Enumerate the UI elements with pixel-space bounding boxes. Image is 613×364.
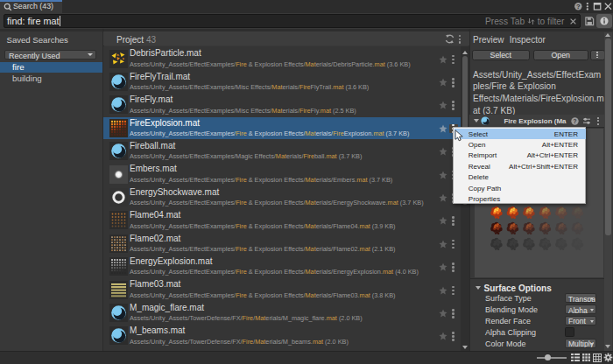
svg-text:?: ? (576, 3, 581, 10)
svg-text:?: ? (573, 118, 576, 124)
